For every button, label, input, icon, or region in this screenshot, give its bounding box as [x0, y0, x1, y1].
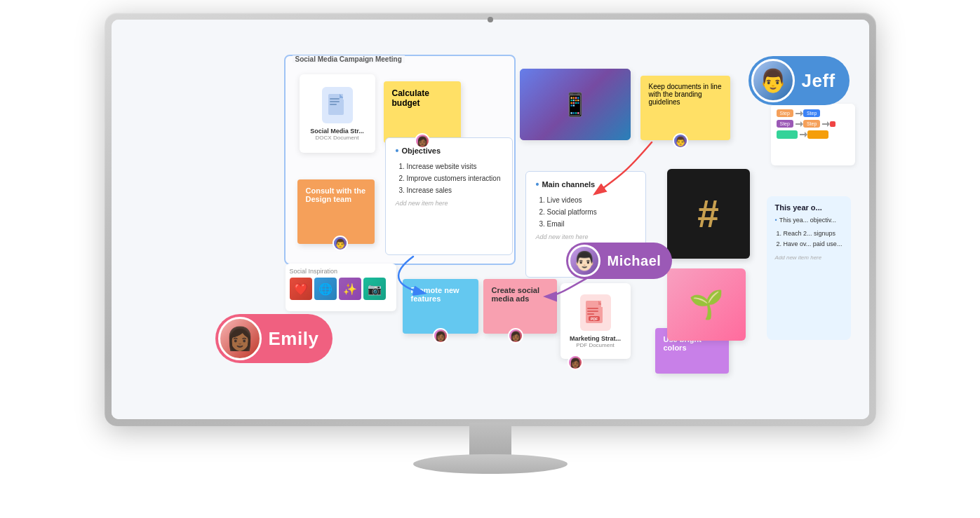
avatar-consult: 👨 — [333, 236, 348, 251]
doc-icon — [322, 87, 353, 123]
svg-rect-8 — [587, 313, 594, 315]
flow-arrow-1 — [796, 113, 801, 114]
flow-arrow-2 — [796, 123, 801, 125]
flow-box-3: Step — [777, 120, 793, 128]
flow-arrow-3 — [822, 123, 828, 125]
camera-dot — [488, 17, 493, 22]
sticky-promote-features[interactable]: Promote new features — [403, 279, 478, 334]
svg-rect-6 — [587, 308, 598, 309]
image-city-phone: 📱 — [520, 69, 631, 140]
doc-sublabel-str: DOCX Document — [316, 135, 359, 141]
flowchart: Step Step Step Step — [771, 104, 855, 165]
insp-img-1: ❤️ — [290, 278, 312, 300]
insp-img-2: 🌐 — [314, 278, 337, 300]
avatar-promote: 👩🏾 — [433, 328, 448, 343]
flow-row-3 — [777, 130, 850, 139]
frame-title: Social Media Campaign Meeting — [293, 55, 405, 63]
year-card-content: • This yea... objectiv... Reach 2... sig… — [775, 216, 843, 262]
canvas: Social Media Campaign Meeting Calculate … — [112, 20, 869, 419]
flow-box-1: Step — [777, 109, 793, 117]
doc-label-str: Social Media Str... — [310, 128, 364, 135]
svg-rect-7 — [587, 311, 598, 312]
flow-box-5 — [830, 121, 835, 127]
sticky-create-ads[interactable]: Create social media ads — [483, 279, 557, 334]
flow-row-1: Step Step — [777, 109, 850, 117]
avatar-emily-sm2: 👩🏾 — [434, 329, 447, 342]
sticky-consult-design[interactable]: Consult with the Design team — [297, 179, 375, 244]
pdf-file-icon: PDF — [586, 301, 605, 325]
jeff-name: Jeff — [802, 70, 835, 92]
flow-box-6 — [777, 130, 798, 139]
avatar-keep-docs: 👨 — [673, 133, 688, 149]
avatar-emily-sm4: 👩🏾 — [569, 356, 582, 369]
avatar-emily-sm3: 👩🏾 — [509, 329, 522, 342]
monitor-screen: Social Media Campaign Meeting Calculate … — [112, 20, 869, 419]
objectives-list: Increase website visits Improve customer… — [396, 161, 502, 196]
channels-list: Live videos Social platforms Email — [536, 194, 636, 230]
jeff-badge[interactable]: 👨 Jeff — [749, 56, 850, 105]
flow-box-4: Step — [803, 120, 820, 128]
objectives-title: Objectives — [396, 145, 502, 156]
avatar-budget: 👩🏾 — [415, 133, 430, 149]
inspiration-images: ❤️ 🌐 ✨ 📷 — [290, 278, 392, 300]
monitor-stand-base — [413, 454, 568, 474]
channels-add[interactable]: Add new item here — [536, 233, 636, 240]
flow-arrow-4 — [800, 134, 805, 135]
avatar-jeff-sm: 👨 — [334, 237, 347, 250]
objectives-add[interactable]: Add new item here — [396, 200, 502, 207]
michael-name: Michael — [608, 253, 662, 269]
scene: Social Media Campaign Meeting Calculate … — [0, 0, 980, 518]
emily-name: Emily — [269, 328, 319, 350]
svg-rect-1 — [330, 98, 340, 100]
svg-rect-3 — [330, 104, 337, 105]
flow-box-2: Step — [803, 109, 820, 117]
image-hashtag: # — [667, 169, 750, 259]
monitor: Social Media Campaign Meeting Calculate … — [105, 13, 876, 461]
insp-img-3: ✨ — [339, 278, 361, 300]
michael-avatar: 👨🏻 — [568, 245, 600, 277]
emily-badge[interactable]: 👩🏾 Emily — [215, 314, 333, 363]
inspiration-box: Social Inspiration ❤️ 🌐 ✨ 📷 — [286, 264, 396, 311]
monitor-bezel: Social Media Campaign Meeting Calculate … — [105, 13, 876, 426]
year-card-title: This year o... — [775, 203, 843, 212]
year-objectives-card: This year o... • This yea... objectiv...… — [767, 196, 851, 340]
insp-img-4: 📷 — [363, 278, 386, 300]
doc-label-marketing: Marketing Strat... — [570, 335, 621, 342]
doc-marketing-strat[interactable]: PDF Marketing Strat... PDF Document — [561, 283, 631, 359]
jeff-avatar: 👨 — [751, 59, 795, 102]
list-objectives[interactable]: Objectives Increase website visits Impro… — [385, 137, 513, 255]
sticky-keep-documents[interactable]: Keep documents in line with the branding… — [640, 76, 730, 140]
image-plant: 🌱 — [667, 268, 746, 341]
avatar-create-ads: 👩🏾 — [508, 328, 523, 343]
doc-sublabel-marketing: PDF Document — [576, 342, 615, 348]
doc-social-media-str[interactable]: Social Media Str... DOCX Document — [300, 74, 375, 153]
inspiration-label: Social Inspiration — [290, 268, 392, 275]
avatar-emily-sm: 👩🏾 — [416, 135, 429, 147]
avatar-jeff-sm2: 👨 — [674, 135, 687, 147]
flow-box-7 — [807, 130, 828, 139]
svg-rect-2 — [330, 101, 340, 102]
doc-file-icon — [328, 94, 347, 116]
pdf-icon: PDF — [580, 294, 611, 331]
channels-title: Main channels — [536, 179, 636, 190]
avatar-marketing: 👩🏾 — [568, 355, 583, 370]
emily-avatar: 👩🏾 — [218, 317, 262, 360]
flow-row-2: Step Step — [777, 120, 850, 128]
svg-text:PDF: PDF — [591, 317, 598, 321]
michael-badge[interactable]: 👨🏻 Michael — [566, 243, 673, 279]
